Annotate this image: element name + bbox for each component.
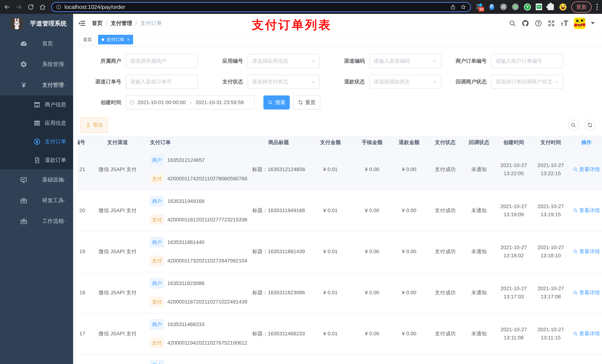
sidebar-item-dev-tools[interactable]: 研发工具 (0, 190, 73, 211)
home-icon[interactable] (39, 4, 46, 10)
cell-pay-time: 2021-10-2713:11:15 (532, 325, 569, 342)
sidebar-item-app-info[interactable]: 应用信息 (0, 114, 73, 132)
sidebar-item-label: 商户信息 (45, 101, 66, 108)
pay-status-select[interactable]: 请选择支付状态 (247, 75, 320, 89)
bookmark-star-icon[interactable] (461, 4, 466, 10)
view-detail-link[interactable]: 查看详情 (569, 166, 602, 173)
cell-notify-status: 未通知 (463, 289, 495, 296)
cell-order: 商户 1635311468233 支付 42000011942021102767… (146, 319, 250, 348)
notify-status-select[interactable]: 请选择订单回调商户状态 (491, 75, 563, 89)
pinned-tiles-extension-icon[interactable]: 10 (476, 3, 484, 10)
reload-icon[interactable] (27, 4, 34, 10)
sidebar-item-home[interactable]: 首页 (0, 33, 73, 54)
col-header-pay-amount: 支付金额 (307, 139, 354, 146)
extension-badge: 10 (479, 7, 484, 12)
briefcase-icon (20, 218, 27, 225)
green-y-extension-icon[interactable]: Y (524, 3, 531, 10)
view-detail-link[interactable]: 查看详情 (569, 330, 602, 337)
reset-button[interactable]: 重置 (293, 95, 320, 110)
tab-pay-order[interactable]: 支付订单 × (98, 35, 133, 44)
sidebar-item-infrastructure[interactable]: 基础设施 (0, 169, 73, 190)
field-channel-code: 渠道编码 请输入渠道编码 (324, 54, 441, 68)
font-size-icon[interactable]: TT (560, 20, 568, 27)
github-icon[interactable] (522, 20, 529, 27)
avatar[interactable] (574, 18, 585, 29)
site-info-icon[interactable] (56, 4, 62, 10)
app-logo-row[interactable]: 芋道管理系统 (0, 14, 73, 33)
sidebar-item-refund-order[interactable]: 退款订单 (0, 151, 73, 169)
channel-code-select[interactable]: 请输入渠道编码 (369, 54, 441, 68)
browser-update-button[interactable]: 更新 (571, 1, 592, 13)
refresh-icon (587, 122, 593, 128)
cell-id: 17 (78, 331, 89, 337)
filter-form: 所属商户 应用编号 请选择应用信息 渠道编码 请输入渠道编码 (81, 54, 602, 110)
search-button[interactable]: 搜索 (263, 95, 290, 110)
field-label: 渠道订单号 (81, 78, 121, 85)
puzzle-extensions-icon[interactable] (548, 3, 555, 10)
search-icon (573, 331, 578, 336)
breadcrumb-home[interactable]: 首页 (92, 20, 103, 27)
tab-label: 首页 (83, 37, 92, 42)
balloon-extension-icon[interactable] (488, 3, 495, 10)
fullscreen-icon[interactable] (548, 20, 555, 27)
export-label: 导出 (93, 122, 103, 129)
chevron-up-icon (61, 83, 66, 87)
cell-create-time: 2021-10-2713:17:03 (495, 284, 532, 301)
table-row: 21 微信 JSAPI 支付 商户 1635312124657 支付 42000… (78, 149, 602, 190)
cell-refund-amount: ¥ 0.00 (391, 166, 428, 172)
view-detail-link[interactable]: 查看详情 (569, 248, 602, 255)
search-icon (268, 100, 273, 105)
channel-order-no-input[interactable] (130, 79, 194, 85)
view-detail-link[interactable]: 查看详情 (569, 207, 602, 214)
yen-icon: ¥ (20, 81, 27, 89)
refresh-table-button[interactable] (585, 120, 595, 130)
recorder-extension-icon[interactable] (512, 3, 519, 10)
search-icon[interactable] (509, 20, 516, 27)
sidebar-item-merchant-info[interactable]: 商户信息 (0, 95, 73, 114)
emoji-extension-icon[interactable] (559, 3, 567, 10)
app-id-select[interactable]: 请选择应用信息 (247, 54, 320, 68)
close-icon[interactable]: × (127, 37, 129, 42)
sidebar-item-pay-order[interactable]: 支付订单 (0, 132, 73, 151)
table-body: 21 微信 JSAPI 支付 商户 1635312124657 支付 42000… (78, 149, 602, 364)
forward-icon[interactable] (16, 4, 22, 10)
date-end[interactable]: 2021-10-31 23:59:59 (195, 100, 244, 105)
date-range-picker[interactable]: 2021-10-01 00:00:00 - 2021-10-31 23:59:5… (126, 95, 255, 110)
command-extension-icon[interactable]: ⌘ (500, 3, 507, 10)
sidebar-item-label: 首页 (42, 40, 53, 47)
app-title: 芋道管理系统 (30, 20, 67, 28)
date-start[interactable]: 2021-10-01 00:00:00 (138, 100, 186, 105)
export-button[interactable]: 导出 (81, 117, 108, 133)
address-bar[interactable]: localhost:1024/pay/order (51, 2, 471, 12)
sidebar-item-label: 退款订单 (45, 156, 66, 164)
sidebar-fold-icon[interactable] (78, 19, 86, 27)
sidebar-item-workflow[interactable]: 工作流程 (0, 211, 73, 232)
url-text[interactable]: localhost:1024/pay/order (64, 4, 445, 10)
cell-channel: 微信 JSAPI 支付 (89, 248, 146, 255)
view-detail-label: 查看详情 (579, 289, 600, 296)
view-detail-link[interactable]: 查看详情 (569, 289, 602, 296)
refund-status-select[interactable]: 请选择退款状态 (369, 75, 441, 89)
search-icon (573, 208, 578, 213)
sidebar-item-system[interactable]: 系统管理 (0, 54, 73, 75)
avatar-caret-icon[interactable] (591, 22, 595, 24)
breadcrumb-payment[interactable]: 支付管理 (111, 20, 132, 27)
cell-notify-status: 未通知 (463, 207, 495, 214)
sidebar-item-payment[interactable]: ¥ 支付管理 (0, 75, 73, 95)
cell-pay-amount: ¥ 0.01 (307, 249, 354, 254)
toggle-search-button[interactable] (568, 120, 579, 130)
browser-menu-icon[interactable] (596, 4, 598, 10)
extensions-row: 10 ⌘ Y (476, 3, 567, 10)
select-placeholder: 请选择应用信息 (252, 58, 309, 64)
back-icon[interactable] (4, 4, 10, 10)
tab-home[interactable]: 首页 (80, 35, 96, 44)
merchant-input[interactable] (130, 58, 194, 64)
orders-table: 编号 支付渠道 支付订单 商品标题 支付金额 手续金额 退款金额 支付状态 回调… (78, 136, 602, 364)
merchant-order-no-input[interactable] (495, 58, 559, 64)
col-header-pay-status: 支付状态 (428, 139, 463, 146)
help-icon[interactable] (535, 20, 542, 27)
cell-fee-amount: ¥ 0.00 (354, 249, 391, 254)
share-icon[interactable] (450, 4, 456, 10)
field-label: 应用编号 (202, 58, 243, 64)
chat-extension-icon[interactable] (536, 3, 543, 10)
